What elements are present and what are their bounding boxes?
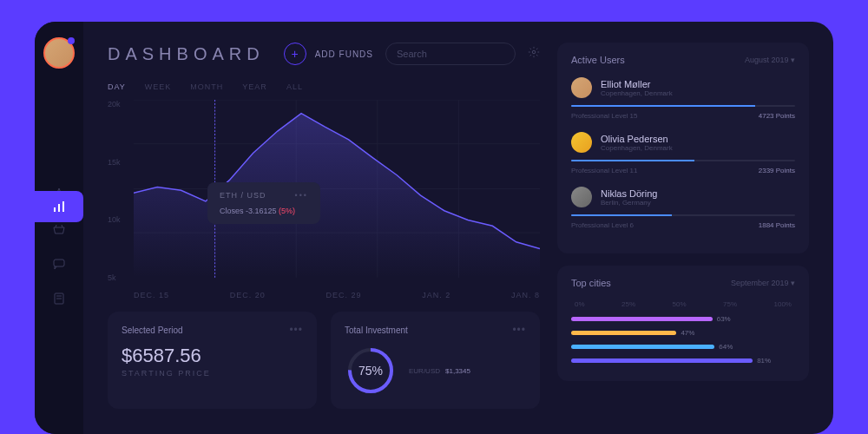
selected-period-card: Selected Period••• $6587.56 STARTING PRI… bbox=[108, 312, 317, 409]
svg-point-9 bbox=[532, 50, 536, 54]
tooltip-menu[interactable]: ••• bbox=[295, 191, 308, 200]
tab-year[interactable]: YEAR bbox=[242, 82, 267, 91]
user-avatar bbox=[571, 132, 592, 153]
user-avatar bbox=[571, 77, 592, 98]
svg-rect-0 bbox=[54, 207, 56, 212]
search-input[interactable] bbox=[397, 49, 516, 59]
starting-price-value: $6587.56 bbox=[122, 345, 303, 367]
city-bar: 47% bbox=[571, 327, 795, 338]
nav-item-analytics[interactable] bbox=[35, 191, 83, 222]
city-bar: 81% bbox=[571, 355, 795, 365]
tab-month[interactable]: MONTH bbox=[190, 82, 223, 91]
x-axis: DEC. 15 DEC. 20 DEC. 29 JAN. 2 JAN. 8 bbox=[134, 291, 540, 299]
svg-rect-2 bbox=[62, 201, 64, 212]
chart-tooltip: ETH / USD••• Closes -3.16125 (5%) bbox=[207, 182, 320, 224]
tab-all[interactable]: ALL bbox=[286, 82, 303, 91]
chat-icon bbox=[52, 257, 66, 271]
sidebar bbox=[35, 22, 83, 434]
card-menu[interactable]: ••• bbox=[289, 324, 303, 336]
nav-item-basket[interactable] bbox=[51, 221, 67, 237]
investment-donut: 75% bbox=[345, 345, 397, 397]
total-investment-card: Total Investment••• 75% EUR/USD$1,3345 bbox=[331, 312, 540, 409]
card-menu[interactable]: ••• bbox=[512, 324, 526, 336]
panel-title: Top cities bbox=[571, 278, 611, 288]
time-range-tabs: DAY WEEK MONTH YEAR ALL bbox=[108, 82, 540, 91]
bar-chart-icon bbox=[52, 200, 66, 214]
nav-item-doc[interactable] bbox=[51, 291, 67, 306]
user-row[interactable]: Niklas DöringBerlin, Germany Professiona… bbox=[571, 187, 795, 229]
svg-rect-3 bbox=[54, 260, 64, 266]
cities-scale: 0%25%50%75%100% bbox=[571, 300, 795, 308]
svg-rect-1 bbox=[58, 204, 60, 212]
gear-icon bbox=[528, 46, 540, 58]
user-avatar bbox=[571, 187, 592, 207]
add-funds-label: ADD FUNDS bbox=[315, 49, 373, 59]
city-bar: 63% bbox=[571, 313, 795, 324]
card-title: Total Investment bbox=[345, 326, 408, 335]
top-cities-panel: Top cities September 2019 ▾ 0%25%50%75%1… bbox=[557, 266, 809, 381]
panel-title: Active Users bbox=[571, 55, 625, 65]
tab-day[interactable]: DAY bbox=[108, 82, 126, 91]
header: DASHBOARD + ADD FUNDS bbox=[108, 43, 540, 65]
add-funds-button[interactable]: + ADD FUNDS bbox=[284, 43, 373, 65]
chart-svg bbox=[134, 100, 540, 278]
user-row[interactable]: Elliot MøllerCopenhagen, Denmark Profess… bbox=[571, 77, 795, 120]
active-users-panel: Active Users August 2019 ▾ Elliot Møller… bbox=[557, 43, 809, 253]
period-selector[interactable]: September 2019 ▾ bbox=[731, 279, 795, 287]
period-selector[interactable]: August 2019 ▾ bbox=[745, 56, 795, 64]
page-title: DASHBOARD bbox=[108, 44, 265, 64]
user-row[interactable]: Olivia PedersenCopenhagen, Denmark Profe… bbox=[571, 132, 795, 174]
card-title: Selected Period bbox=[122, 326, 183, 335]
search-box[interactable] bbox=[385, 43, 516, 65]
nav-item-chat[interactable] bbox=[51, 256, 67, 272]
city-bar: 64% bbox=[571, 341, 795, 352]
document-icon bbox=[52, 292, 66, 306]
tab-week[interactable]: WEEK bbox=[145, 82, 172, 91]
y-axis: 20k 15k 10k 5k bbox=[108, 100, 121, 282]
basket-icon bbox=[52, 222, 66, 236]
plus-icon: + bbox=[284, 43, 306, 65]
price-chart[interactable]: 20k 15k 10k 5k bbox=[108, 100, 540, 299]
starting-price-label: STARTING PRICE bbox=[122, 369, 303, 378]
avatar[interactable] bbox=[43, 37, 75, 69]
investment-info: EUR/USD$1,3345 bbox=[409, 367, 470, 375]
settings-button[interactable] bbox=[528, 46, 540, 62]
